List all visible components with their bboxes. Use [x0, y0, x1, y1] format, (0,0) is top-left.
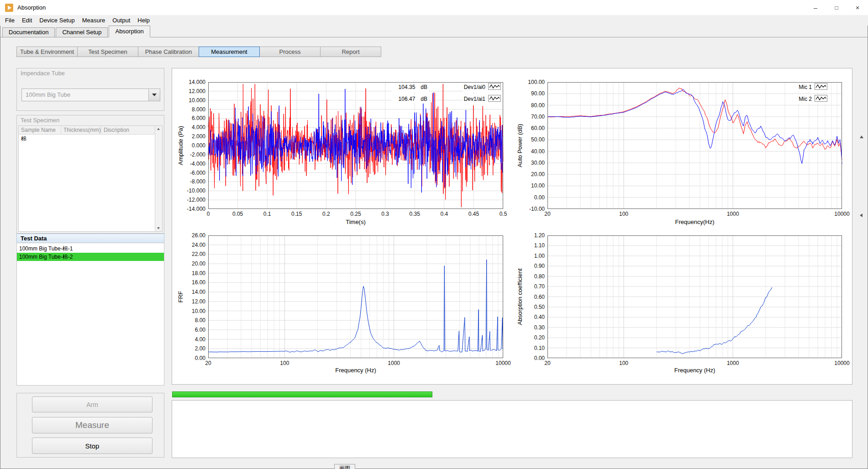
menu-edit[interactable]: Edit	[18, 17, 36, 24]
svg-text:-8.000: -8.000	[190, 178, 205, 185]
svg-text:24.00: 24.00	[192, 242, 205, 248]
scroll-down-icon[interactable]	[157, 227, 160, 229]
stop-button[interactable]: Stop	[32, 438, 153, 454]
menu-output[interactable]: Output	[109, 17, 134, 24]
sub-tab-bar: Tube & Environment Test Specimen Phase C…	[16, 47, 381, 57]
arm-button[interactable]: Arm	[32, 396, 153, 412]
svg-text:12.00: 12.00	[192, 298, 205, 305]
svg-text:8.00: 8.00	[195, 317, 206, 323]
tab-absorption[interactable]: Absorption	[109, 26, 150, 37]
menu-bar: File Edit Device Setup Measure Output He…	[0, 15, 868, 26]
svg-text:0.30: 0.30	[534, 324, 545, 331]
dropdown-button[interactable]	[148, 89, 160, 101]
maximize-button[interactable]: □	[826, 0, 847, 15]
svg-text:20: 20	[205, 360, 211, 366]
cell-sample-name: 棉	[19, 135, 61, 142]
svg-text:0.3: 0.3	[381, 211, 389, 217]
impedance-tube-group: Impendace Tube 100mm Big Tube	[16, 68, 164, 111]
svg-text:0.00: 0.00	[195, 355, 206, 361]
subtab-measurement[interactable]: Measurement	[199, 47, 260, 57]
svg-text:50.00: 50.00	[531, 136, 545, 143]
test-specimen-group: Test Specimen Sample Name Thickness(mm) …	[16, 115, 164, 234]
subtab-tube-environment[interactable]: Tube & Environment	[16, 47, 78, 57]
application-window: Absorption – □ × File Edit Device Setup …	[0, 0, 868, 469]
subtab-report[interactable]: Report	[320, 47, 381, 57]
svg-text:100.00: 100.00	[528, 79, 545, 85]
svg-text:-2.000: -2.000	[190, 151, 205, 158]
svg-text:Absorption coefficient: Absorption coefficient	[516, 268, 523, 325]
main-tab-bar: Documentation Channel Setup Absorption	[0, 26, 868, 37]
table-row[interactable]: 棉	[19, 135, 162, 142]
svg-text:20: 20	[544, 211, 551, 217]
title-bar: Absorption – □ ×	[0, 0, 868, 15]
svg-text:Time(s): Time(s)	[346, 219, 366, 225]
table-scrollbar[interactable]	[155, 126, 162, 231]
menu-help[interactable]: Help	[134, 17, 153, 24]
list-item[interactable]: 100mm Big Tube-棉-1	[17, 245, 164, 253]
legend-label-dev1-ai0: Dev1/ai0	[464, 84, 485, 90]
splitter-up-icon[interactable]	[860, 135, 863, 138]
legend-label-mic2: Mic 2	[799, 96, 812, 102]
minimize-button[interactable]: –	[805, 0, 826, 15]
cell-discription	[101, 135, 162, 142]
level-readout-row: 104.35 dB	[392, 83, 429, 92]
menu-device-setup[interactable]: Device Setup	[36, 17, 78, 24]
chevron-down-icon	[152, 94, 157, 96]
column-sample-name: Sample Name	[19, 126, 61, 134]
subtab-process[interactable]: Process	[259, 47, 321, 57]
auto-power-legend: Mic 1 Mic 2	[798, 83, 828, 106]
svg-text:0.2: 0.2	[322, 211, 330, 217]
svg-text:Frequency (Hz): Frequency (Hz)	[674, 367, 715, 374]
cell-thickness	[61, 135, 101, 142]
svg-text:14.00: 14.00	[192, 289, 205, 295]
menu-measure[interactable]: Measure	[79, 17, 109, 24]
svg-text:0.00: 0.00	[534, 194, 545, 201]
app-icon	[5, 4, 13, 12]
level-unit: dB	[421, 96, 427, 102]
tab-drawing[interactable]: 画图	[334, 464, 355, 469]
svg-text:8.000: 8.000	[192, 106, 205, 113]
waveform-glyph-icon	[488, 83, 501, 92]
svg-text:-10.00: -10.00	[529, 206, 545, 212]
level-value-ai0: 104.35	[393, 84, 415, 90]
tab-channel-setup[interactable]: Channel Setup	[56, 27, 108, 37]
impedance-tube-dropdown[interactable]: 100mm Big Tube	[21, 89, 160, 101]
subtab-phase-calibration[interactable]: Phase Calibration	[138, 47, 199, 57]
play-arrow-icon	[8, 5, 11, 10]
svg-text:FRF: FRF	[177, 291, 184, 302]
absorption-coefficient-chart: 0.000.100.200.300.400.500.600.700.800.90…	[512, 227, 852, 385]
waveform-glyph-icon	[815, 83, 827, 92]
close-button[interactable]: ×	[847, 0, 868, 15]
time-signal-legend: Dev1/ai0 Dev1/ai1	[463, 83, 502, 106]
legend-row: Dev1/ai0	[463, 83, 502, 92]
svg-text:-14.000: -14.000	[187, 206, 205, 212]
svg-text:6.000: 6.000	[192, 115, 205, 121]
svg-text:30.00: 30.00	[531, 160, 545, 166]
status-area	[172, 400, 852, 458]
svg-text:0.05: 0.05	[232, 211, 243, 217]
splitter-left-icon[interactable]	[860, 214, 863, 217]
measure-button[interactable]: Measure	[32, 417, 153, 433]
progress-fill	[173, 392, 432, 397]
level-value-ai1: 106.47	[393, 96, 415, 102]
svg-text:10000: 10000	[834, 360, 850, 366]
svg-text:4.000: 4.000	[192, 124, 205, 130]
scroll-up-icon[interactable]	[157, 128, 160, 130]
svg-text:10000: 10000	[495, 360, 511, 366]
legend-row: Mic 1	[798, 83, 828, 92]
svg-text:Frequency (Hz): Frequency (Hz)	[335, 367, 376, 374]
svg-text:0.5: 0.5	[500, 211, 507, 217]
svg-text:10.00: 10.00	[531, 182, 545, 189]
svg-text:100: 100	[280, 360, 289, 366]
waveform-glyph-icon	[488, 95, 501, 104]
svg-text:20.00: 20.00	[192, 261, 205, 267]
svg-text:0.60: 0.60	[534, 294, 545, 300]
list-item-selected[interactable]: 100mm Big Tube-棉-2	[17, 253, 164, 261]
subtab-test-specimen[interactable]: Test Specimen	[77, 47, 138, 57]
legend-row: Mic 2	[798, 94, 828, 104]
menu-file[interactable]: File	[1, 17, 18, 24]
svg-text:-6.000: -6.000	[190, 170, 205, 176]
svg-text:0.25: 0.25	[350, 211, 361, 217]
tab-documentation[interactable]: Documentation	[2, 27, 55, 37]
legend-label-mic1: Mic 1	[799, 84, 812, 90]
